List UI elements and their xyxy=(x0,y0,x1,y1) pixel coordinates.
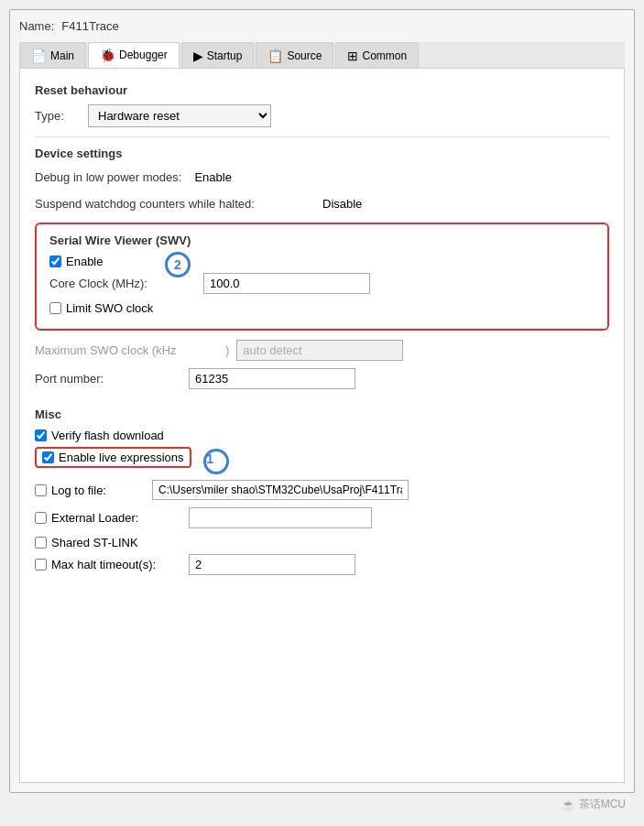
limit-swo-label: Limit SWO clock xyxy=(66,301,153,315)
tab-main[interactable]: 📄 Main xyxy=(19,42,86,68)
port-number-label: Port number: xyxy=(35,372,181,386)
max-halt-row: Max halt timeout(s): 2 xyxy=(35,554,609,575)
suspend-watchdog-value: Disable xyxy=(317,194,390,213)
tab-debugger[interactable]: 🐞 Debugger xyxy=(88,42,180,68)
debug-low-power-value: Enable xyxy=(189,168,262,187)
core-clock-row: Core Clock (MHz): 100.0 xyxy=(49,273,595,294)
log-to-file-label: Log to file: xyxy=(51,484,106,497)
watermark: ☕ 茶话MCU xyxy=(562,797,626,812)
core-clock-label: Core Clock (MHz): xyxy=(49,277,196,290)
divider-1 xyxy=(35,136,609,137)
tab-source-label: Source xyxy=(287,49,322,62)
max-swo-paren: ) xyxy=(225,343,229,357)
shared-stlink-row: Shared ST-LINK xyxy=(35,536,609,549)
tab-debugger-label: Debugger xyxy=(119,49,168,61)
swv-enable-label: Enable xyxy=(66,255,103,268)
main-window: Name: F411Trace 📄 Main 🐞 Debugger ▶ Star… xyxy=(9,9,635,793)
verify-flash-label: Verify flash download xyxy=(51,429,164,442)
swv-enable-row: Enable xyxy=(49,255,595,268)
reset-type-label: Type: xyxy=(35,109,81,123)
external-loader-label: External Loader: xyxy=(51,511,138,525)
source-tab-icon: 📋 xyxy=(267,49,283,63)
reset-type-select[interactable]: Hardware reset xyxy=(88,104,271,127)
enable-live-row: Enable live expressions xyxy=(42,451,184,464)
max-halt-checkbox-label: Max halt timeout(s): xyxy=(35,558,181,571)
tab-source[interactable]: 📋 Source xyxy=(256,42,333,68)
main-tab-icon: 📄 xyxy=(31,49,47,63)
debug-low-power-row: Debug in low power modes: Enable xyxy=(35,168,609,187)
external-loader-row: External Loader: xyxy=(35,507,609,528)
misc-title: Misc xyxy=(35,408,609,421)
max-swo-input[interactable]: auto detect xyxy=(236,340,403,361)
external-loader-checkbox[interactable] xyxy=(35,512,47,524)
suspend-watchdog-row: Suspend watchdog counters while halted: … xyxy=(35,194,609,213)
external-loader-input[interactable] xyxy=(189,507,372,528)
log-to-file-row: Log to file: C:\Users\miler shao\STM32Cu… xyxy=(35,480,609,500)
shared-stlink-label: Shared ST-LINK xyxy=(51,536,138,549)
verify-flash-checkbox[interactable] xyxy=(35,429,47,441)
verify-flash-row: Verify flash download xyxy=(35,429,609,442)
enable-live-label: Enable live expressions xyxy=(59,451,184,464)
common-tab-icon: ⊞ xyxy=(347,49,358,63)
max-halt-checkbox[interactable] xyxy=(35,559,47,571)
content-area: Reset behaviour Type: Hardware reset Dev… xyxy=(19,69,625,783)
startup-tab-icon: ▶ xyxy=(193,49,203,63)
log-to-file-input[interactable]: C:\Users\miler shao\STM32Cube\UsaProj\F4… xyxy=(152,480,409,500)
debug-low-power-label: Debug in low power modes: xyxy=(35,170,181,184)
watermark-icon: ☕ xyxy=(562,799,575,811)
swv-enable-checkbox[interactable] xyxy=(49,255,61,267)
tab-startup-label: Startup xyxy=(207,49,243,62)
max-halt-input[interactable]: 2 xyxy=(189,554,355,575)
name-row: Name: F411Trace xyxy=(19,19,625,33)
tab-common[interactable]: ⊞ Common xyxy=(335,42,419,68)
port-number-row: Port number: 61235 xyxy=(35,368,609,389)
tab-startup[interactable]: ▶ Startup xyxy=(181,42,255,68)
reset-behaviour-title: Reset behaviour xyxy=(35,83,609,97)
suspend-watchdog-label: Suspend watchdog counters while halted: xyxy=(35,197,310,211)
misc-section: Misc Verify flash download Enable live e… xyxy=(35,408,609,575)
badge-1: 1 xyxy=(203,449,229,474)
device-settings-title: Device settings xyxy=(35,147,609,160)
swv-title: Serial Wire Viewer (SWV) xyxy=(49,234,595,247)
max-swo-label: Maximum SWO clock (kHz xyxy=(35,343,218,357)
debugger-tab-icon: 🐞 xyxy=(100,48,115,62)
max-halt-label: Max halt timeout(s): xyxy=(51,558,156,571)
watermark-text: 茶话MCU xyxy=(579,797,626,812)
core-clock-input[interactable]: 100.0 xyxy=(203,273,370,294)
external-loader-checkbox-label: External Loader: xyxy=(35,511,181,525)
badge-2: 2 xyxy=(165,252,191,277)
log-to-file-checkbox[interactable] xyxy=(35,484,47,496)
tab-common-label: Common xyxy=(362,49,407,62)
max-swo-row: Maximum SWO clock (kHz ) auto detect xyxy=(35,340,609,361)
tab-bar: 📄 Main 🐞 Debugger ▶ Startup 📋 Source ⊞ C… xyxy=(19,42,625,69)
log-to-file-row-container: Log to file: C:\Users\miler shao\STM32Cu… xyxy=(35,480,609,500)
tab-main-label: Main xyxy=(50,49,74,62)
limit-swo-row: Limit SWO clock xyxy=(49,301,595,315)
name-value: F411Trace xyxy=(61,19,118,33)
reset-type-row: Type: Hardware reset xyxy=(35,104,609,127)
enable-live-box: Enable live expressions xyxy=(35,447,191,468)
log-checkbox-label: Log to file: xyxy=(35,484,145,497)
reset-type-dropdown-wrapper[interactable]: Hardware reset xyxy=(88,104,271,127)
port-number-input[interactable]: 61235 xyxy=(189,368,355,389)
name-label: Name: xyxy=(19,19,54,33)
enable-live-checkbox[interactable] xyxy=(42,451,54,463)
swv-section: Serial Wire Viewer (SWV) Enable 2 Core C… xyxy=(35,223,609,331)
shared-stlink-checkbox[interactable] xyxy=(35,537,47,549)
limit-swo-checkbox[interactable] xyxy=(49,302,61,314)
